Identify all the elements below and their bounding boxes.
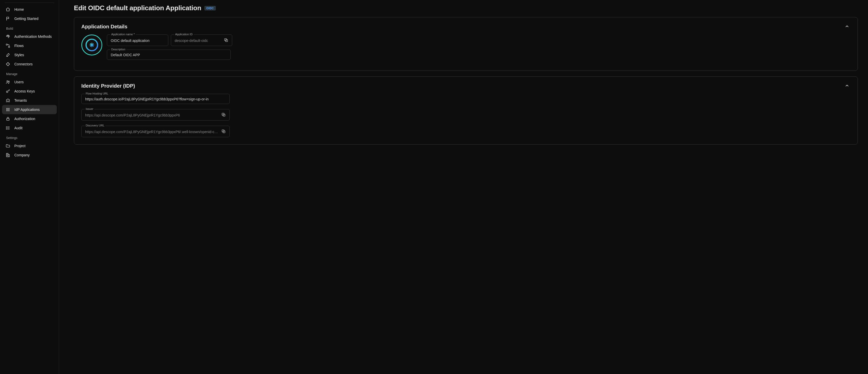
discovery-url-label: Discovery URL [85, 124, 105, 127]
company-icon [6, 153, 10, 157]
application-details-header: Application Details [81, 23, 850, 30]
sidebar: HomeGetting Started BuildAuthentication … [0, 0, 59, 374]
issuer-label: Issuer [85, 107, 94, 110]
sidebar-item-label: Tenants [14, 98, 27, 102]
chevron-up-icon [845, 26, 849, 29]
svg-rect-9 [8, 109, 8, 110]
folder-icon [6, 143, 10, 148]
svg-rect-8 [6, 109, 7, 110]
copy-icon [224, 38, 228, 43]
sidebar-item-label: Company [14, 153, 30, 157]
sidebar-item-authentication-methods[interactable]: Authentication Methods [2, 32, 57, 41]
sidebar-item-label: Audit [14, 126, 23, 130]
description-label: Description [110, 48, 126, 51]
page-title-row: Edit OIDC default application Applicatio… [74, 4, 858, 12]
sidebar-item-label: Access Keys [14, 89, 35, 93]
sidebar-item-home[interactable]: Home [2, 5, 57, 14]
discovery-url-field: Discovery URL [81, 126, 230, 137]
fingerprint-icon [6, 34, 10, 39]
sidebar-item-idp-applications[interactable]: IdP Applications [2, 105, 57, 114]
application-details-panel: Application Details [74, 17, 858, 71]
description-input[interactable] [111, 53, 227, 57]
application-name-input[interactable] [111, 39, 164, 43]
sidebar-item-label: Project [14, 144, 26, 148]
svg-rect-12 [8, 110, 8, 111]
home-icon [6, 7, 10, 12]
copy-icon [221, 129, 226, 134]
copy-application-id-button[interactable] [222, 38, 228, 43]
lock-icon [6, 116, 10, 121]
idp-header: Identity Provider (IDP) [81, 82, 850, 90]
sidebar-item-project[interactable]: Project [2, 141, 57, 150]
sidebar-item-label: Flows [14, 44, 24, 48]
sidebar-item-flows[interactable]: Flows [2, 41, 57, 50]
flow-hosting-url-field: Flow Hosting URL [81, 94, 230, 104]
sidebar-section-label-build: Build [2, 23, 57, 32]
svg-point-3 [8, 81, 9, 82]
sidebar-item-company[interactable]: Company [2, 150, 57, 160]
apps-icon [6, 107, 10, 112]
svg-rect-5 [6, 108, 7, 109]
sidebar-item-connectors[interactable]: Connectors [2, 60, 57, 69]
sidebar-item-label: Connectors [14, 62, 33, 66]
application-id-field: Application ID [171, 34, 232, 46]
sidebar-item-label: Styles [14, 53, 24, 57]
copy-icon [221, 112, 226, 118]
description-field: Description [107, 49, 231, 60]
application-id-input [175, 39, 222, 43]
flag-icon [6, 16, 10, 21]
sidebar-item-label: Home [14, 7, 24, 11]
application-name-field: Application name * [107, 34, 168, 46]
page-title: Edit OIDC default application Applicatio… [74, 4, 201, 12]
svg-rect-7 [9, 108, 9, 109]
svg-rect-13 [9, 110, 9, 111]
key-icon [6, 89, 10, 94]
flow-hosting-url-input[interactable] [85, 97, 226, 101]
brush-icon [6, 53, 10, 57]
issuer-input [85, 113, 219, 117]
sidebar-item-label: Authorization [14, 117, 35, 121]
sidebar-item-label: Getting Started [14, 16, 38, 21]
sidebar-item-label: Authentication Methods [14, 34, 52, 39]
users-icon [6, 80, 10, 84]
application-name-label: Application name * [110, 33, 136, 36]
idp-panel: Identity Provider (IDP) Flow Hosting URL… [74, 76, 858, 145]
sidebar-item-access-keys[interactable]: Access Keys [2, 87, 57, 96]
extension-icon [6, 62, 10, 66]
building-icon [6, 98, 10, 103]
sidebar-item-audit[interactable]: Audit [2, 124, 57, 133]
svg-rect-22 [8, 155, 9, 157]
sidebar-section-label-settings: Settings [2, 133, 57, 141]
issuer-field: Issuer [81, 109, 230, 121]
application-logo [81, 34, 102, 56]
svg-rect-10 [9, 109, 9, 110]
svg-point-2 [7, 81, 8, 82]
svg-rect-6 [8, 108, 8, 109]
svg-point-20 [6, 129, 7, 130]
svg-point-18 [6, 127, 7, 127]
sidebar-section-label-manage: Manage [2, 69, 57, 77]
flows-icon [6, 43, 10, 48]
sidebar-item-getting-started[interactable]: Getting Started [2, 14, 57, 23]
copy-issuer-button[interactable] [219, 112, 226, 118]
svg-rect-14 [7, 118, 9, 120]
svg-point-19 [6, 128, 7, 128]
sidebar-item-users[interactable]: Users [2, 77, 57, 87]
sidebar-item-authorization[interactable]: Authorization [2, 114, 57, 124]
chevron-up-icon [845, 85, 849, 89]
discovery-url-input [85, 130, 219, 134]
collapse-idp-button[interactable] [844, 82, 850, 90]
flow-hosting-url-label: Flow Hosting URL [85, 92, 110, 95]
sidebar-item-tenants[interactable]: Tenants [2, 96, 57, 105]
sidebar-item-styles[interactable]: Styles [2, 50, 57, 60]
idp-title: Identity Provider (IDP) [81, 83, 135, 89]
copy-discovery-url-button[interactable] [219, 129, 226, 134]
collapse-application-details-button[interactable] [844, 23, 850, 30]
list-icon [6, 126, 10, 130]
sidebar-item-label: Users [14, 80, 24, 84]
application-id-label: Application ID [174, 33, 194, 36]
application-details-title: Application Details [81, 24, 127, 30]
sidebar-item-label: IdP Applications [14, 107, 40, 112]
svg-rect-11 [6, 110, 7, 111]
oidc-badge: OIDC [204, 6, 216, 10]
